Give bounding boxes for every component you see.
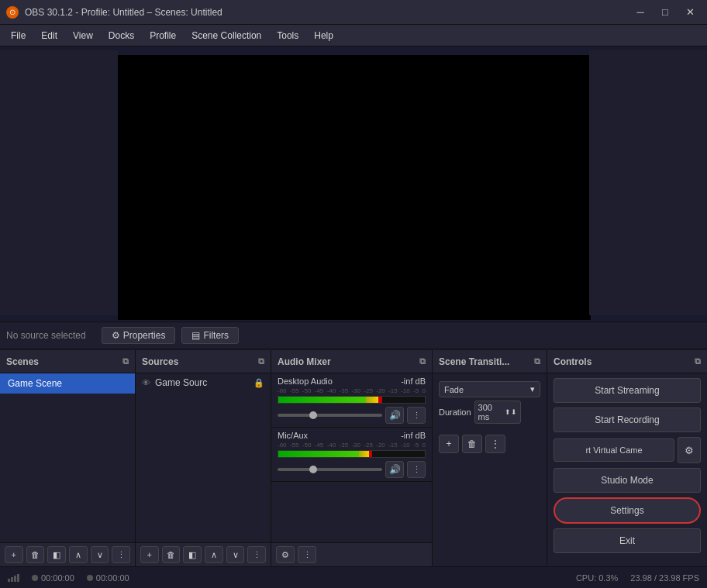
- filters-button[interactable]: ▤ Filters: [181, 327, 239, 344]
- audio-panel-maximize-icon[interactable]: ⧉: [419, 356, 426, 366]
- menu-help[interactable]: Help: [306, 28, 341, 43]
- start-virtual-cam-button[interactable]: rt Virtual Came: [554, 438, 674, 462]
- mic-audio-label: Mic/Aux: [278, 431, 308, 440]
- bottom-panel: Scenes ⧉ Game Scene + 🗑 ◧ ∧ ∨ ⋮ Sources …: [0, 350, 707, 566]
- move-scene-up-button[interactable]: ∧: [69, 546, 88, 563]
- add-scene-button[interactable]: +: [5, 546, 23, 563]
- delete-transition-button[interactable]: 🗑: [462, 435, 482, 453]
- menu-tools[interactable]: Tools: [269, 28, 306, 43]
- menu-view[interactable]: View: [65, 28, 101, 43]
- filters-label: Filters: [203, 330, 229, 341]
- menu-file[interactable]: File: [3, 28, 33, 43]
- mic-volume-slider[interactable]: [278, 468, 382, 471]
- spinner-icon: ⬆⬇: [505, 408, 517, 416]
- streaming-time-label: 00:00:00: [41, 573, 74, 583]
- controls-panel-title: Controls: [554, 356, 591, 367]
- filter-scene-button[interactable]: ◧: [47, 546, 66, 563]
- virtual-camera-row: rt Virtual Came ⚙: [554, 437, 701, 463]
- transition-type-select[interactable]: Fade ▾: [439, 381, 540, 397]
- trash-icon: 🗑: [467, 438, 477, 449]
- transition-type-value: Fade: [444, 385, 464, 394]
- transition-config-button[interactable]: ⋮: [485, 435, 505, 453]
- close-button[interactable]: ✕: [679, 4, 701, 21]
- signal-bars-icon: [8, 574, 19, 582]
- source-more-button[interactable]: ⋮: [247, 546, 266, 563]
- sources-toolbar: + 🗑 ◧ ∧ ∨ ⋮: [136, 542, 271, 566]
- sources-panel-title: Sources: [142, 356, 178, 367]
- recording-time-label: 00:00:00: [96, 573, 129, 583]
- mic-audio-level: -inf dB: [401, 431, 426, 440]
- move-scene-down-button[interactable]: ∨: [91, 546, 109, 563]
- minimize-button[interactable]: ─: [629, 4, 651, 21]
- scenes-panel-title: Scenes: [6, 356, 39, 367]
- move-source-up-button[interactable]: ∧: [205, 546, 223, 563]
- gear-icon: ⚙: [685, 445, 694, 456]
- add-source-button[interactable]: +: [140, 546, 159, 563]
- mic-mute-button[interactable]: 🔊: [385, 461, 404, 478]
- maximize-button[interactable]: □: [654, 4, 676, 21]
- settings-button[interactable]: Settings: [554, 497, 701, 524]
- mic-audio-controls: 🔊 ⋮: [278, 461, 426, 478]
- cpu-status: CPU: 0.3%: [576, 573, 618, 583]
- sources-list: 👁 Game Sourc 🔒: [136, 373, 271, 542]
- right-preview-area: [589, 50, 707, 315]
- move-source-down-button[interactable]: ∨: [226, 546, 245, 563]
- eye-icon: 👁: [142, 378, 150, 387]
- source-item-game[interactable]: 👁 Game Sourc 🔒: [136, 373, 271, 392]
- desktop-audio-controls: 🔊 ⋮: [278, 407, 426, 424]
- app-icon: ⊙: [6, 6, 19, 19]
- streaming-dot: [32, 575, 38, 581]
- sources-panel-header: Sources ⧉: [136, 350, 271, 373]
- properties-button[interactable]: ⚙ Properties: [102, 327, 176, 344]
- window-controls: ─ □ ✕: [629, 4, 701, 21]
- mic-more-button[interactable]: ⋮: [407, 461, 426, 478]
- duration-input[interactable]: 300 ms ⬆⬇: [474, 401, 521, 424]
- scene-transitions-panel: Scene Transiti... ⧉ Fade ▾ Duration 300 …: [433, 350, 547, 566]
- audio-panel-title: Audio Mixer: [278, 356, 331, 367]
- transitions-panel-maximize-icon[interactable]: ⧉: [534, 356, 540, 366]
- delete-source-button[interactable]: 🗑: [162, 546, 181, 563]
- scenes-list: Game Scene: [0, 373, 135, 542]
- scene-more-button[interactable]: ⋮: [112, 546, 130, 563]
- audio-mixer-settings-button[interactable]: ⚙: [276, 546, 295, 563]
- exit-button[interactable]: Exit: [554, 528, 701, 553]
- recording-time-status: 00:00:00: [87, 573, 129, 583]
- menu-scene-collection[interactable]: Scene Collection: [184, 28, 269, 43]
- filter-source-button[interactable]: ◧: [183, 546, 202, 563]
- virtual-cam-settings-button[interactable]: ⚙: [678, 437, 701, 463]
- desktop-mute-button[interactable]: 🔊: [385, 407, 404, 424]
- settings-button-wrapper: Settings: [554, 497, 701, 524]
- menu-docks[interactable]: Docks: [101, 28, 142, 43]
- transitions-panel-title: Scene Transiti...: [439, 356, 509, 367]
- start-streaming-button[interactable]: Start Streaming: [554, 378, 701, 403]
- desktop-audio-label: Desktop Audio: [278, 377, 333, 386]
- controls-panel: Controls ⧉ Start Streaming Start Recordi…: [547, 350, 707, 566]
- transitions-panel-header: Scene Transiti... ⧉: [433, 350, 547, 373]
- scene-item-game[interactable]: Game Scene: [0, 373, 135, 394]
- streaming-time-status: 00:00:00: [32, 573, 74, 583]
- sources-panel: Sources ⧉ 👁 Game Sourc 🔒 + 🗑 ◧ ∧ ∨ ⋮: [136, 350, 271, 566]
- window-title: OBS 30.1.2 - Profile: Untitled – Scenes:…: [25, 7, 629, 18]
- scenes-panel-maximize-icon[interactable]: ⧉: [122, 356, 129, 366]
- controls-panel-maximize-icon[interactable]: ⧉: [695, 356, 701, 366]
- add-transition-button[interactable]: +: [439, 435, 459, 453]
- desktop-audio-level-bar: [278, 396, 426, 404]
- desktop-audio-level: -inf dB: [401, 377, 426, 386]
- recording-dot: [87, 575, 93, 581]
- scene-item-label: Game Scene: [8, 378, 62, 389]
- duration-label: Duration: [439, 407, 471, 417]
- desktop-volume-slider[interactable]: [278, 414, 382, 417]
- mic-audio-level-bar: [278, 450, 426, 458]
- duration-row: Duration 300 ms ⬆⬇: [439, 401, 540, 424]
- start-recording-button[interactable]: Start Recording: [554, 407, 701, 432]
- sources-panel-maximize-icon[interactable]: ⧉: [258, 356, 264, 366]
- desktop-more-button[interactable]: ⋮: [407, 407, 426, 424]
- delete-scene-button[interactable]: 🗑: [26, 546, 45, 563]
- audio-mixer-more-button[interactable]: ⋮: [298, 546, 316, 563]
- menu-edit[interactable]: Edit: [33, 28, 65, 43]
- menu-profile[interactable]: Profile: [142, 28, 184, 43]
- studio-mode-button[interactable]: Studio Mode: [554, 468, 701, 493]
- scenes-panel-header: Scenes ⧉: [0, 350, 135, 373]
- audio-scale-desktop: -60-55-50-45-40-35-30-25-20-15-10-50: [278, 387, 426, 394]
- transitions-buttons: + 🗑 ⋮: [433, 432, 547, 456]
